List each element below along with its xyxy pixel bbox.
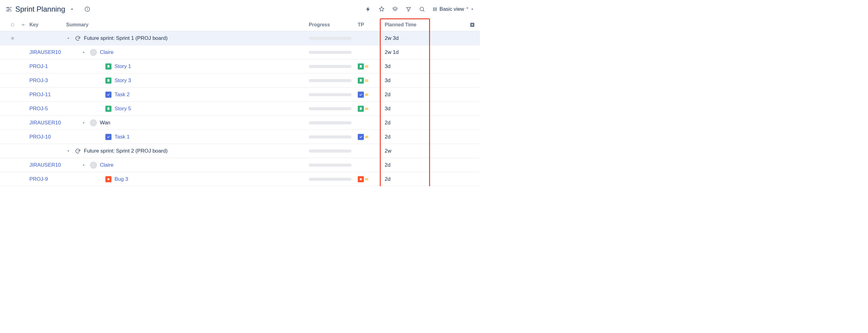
svg-point-20 <box>3 39 4 40</box>
priority-icon <box>365 178 368 180</box>
progress-bar <box>309 79 351 82</box>
tp-cell <box>358 78 379 84</box>
layers-icon[interactable] <box>392 6 399 12</box>
progress-bar <box>309 135 351 139</box>
priority-icon <box>365 94 368 96</box>
task-type-icon <box>105 92 112 98</box>
issue-summary-link[interactable]: Bug 3 <box>115 176 128 182</box>
planned-time-value: 2d <box>379 120 428 126</box>
table-row[interactable]: PROJ-1 Story 1 3d <box>0 59 480 73</box>
table-row[interactable]: PROJ-11 Task 2 2d <box>0 88 480 102</box>
table-row[interactable]: PROJ-9 Bug 3 2d <box>0 172 480 186</box>
tp-cell <box>358 106 379 112</box>
link-column-icon[interactable] <box>17 22 29 28</box>
issue-summary-link[interactable]: Task 2 <box>115 92 129 98</box>
bug-type-icon <box>358 176 364 182</box>
issue-summary-link[interactable]: Story 1 <box>115 63 131 69</box>
issue-key-link[interactable]: JIRAUSER10 <box>29 162 66 168</box>
priority-icon <box>365 66 368 67</box>
automation-icon[interactable] <box>365 6 372 12</box>
summary-text: Future sprint: Sprint 1 (PROJ board) <box>84 35 167 41</box>
tp-cell <box>358 92 379 98</box>
planned-time-value: 2w 3d <box>379 35 428 41</box>
view-label: Basic view <box>439 6 464 12</box>
story-type-icon <box>358 63 364 69</box>
planned-time-value: 3d <box>379 78 428 84</box>
page-header: Sprint Planning <box>0 0 480 19</box>
progress-bar <box>309 121 351 124</box>
table-row[interactable]: JIRAUSER10 Claire 2d <box>0 158 480 172</box>
avatar <box>90 119 97 126</box>
table-row[interactable]: PROJ-10 Task 1 2d <box>0 130 480 144</box>
table-row[interactable]: Future sprint: Sprint 1 (PROJ board) 2w … <box>0 31 480 46</box>
story-type-icon <box>105 63 112 69</box>
col-header-progress[interactable]: Progress <box>309 22 358 28</box>
assignee-name[interactable]: Claire <box>100 162 113 168</box>
planned-time-value: 2w <box>379 148 428 154</box>
col-header-planned-time[interactable]: Planned Time <box>379 22 428 28</box>
progress-bar <box>309 51 351 54</box>
issue-summary-link[interactable]: Story 3 <box>115 78 131 84</box>
story-type-icon <box>105 78 112 84</box>
issue-key-link[interactable]: PROJ-1 <box>29 63 66 69</box>
chevron-down-icon[interactable] <box>82 50 87 55</box>
summary-text: Future sprint: Sprint 2 (PROJ board) <box>84 148 167 154</box>
status-column-icon[interactable] <box>8 23 17 26</box>
progress-bar <box>309 93 351 96</box>
issue-key-link[interactable]: JIRAUSER10 <box>29 120 66 126</box>
progress-bar <box>309 150 351 153</box>
svg-point-8 <box>87 8 87 8</box>
task-type-icon <box>105 134 112 140</box>
table-row[interactable]: JIRAUSER10 Claire 2w 1d <box>0 46 480 59</box>
issue-key-link[interactable]: PROJ-9 <box>29 176 66 182</box>
page-title[interactable]: Sprint Planning <box>15 5 65 13</box>
issue-key-link[interactable]: PROJ-3 <box>29 78 66 84</box>
chevron-down-icon[interactable] <box>66 36 72 40</box>
assignee-name: Wan <box>100 120 110 126</box>
planned-time-value: 3d <box>379 106 428 112</box>
svg-line-11 <box>423 10 424 11</box>
add-column-button[interactable] <box>465 22 479 28</box>
row-status-dot <box>11 37 14 40</box>
issue-key-link[interactable]: PROJ-11 <box>29 92 66 98</box>
tp-cell <box>358 63 379 69</box>
priority-icon <box>365 108 368 110</box>
col-header-key[interactable]: Key <box>29 22 66 28</box>
issue-summary-link[interactable]: Story 5 <box>115 106 131 112</box>
col-header-tp[interactable]: TP <box>358 22 379 28</box>
tp-cell <box>358 134 379 140</box>
pin-icon[interactable] <box>378 6 385 12</box>
assignee-name[interactable]: Claire <box>100 49 113 56</box>
progress-bar <box>309 107 351 110</box>
svg-point-23 <box>360 178 362 180</box>
svg-marker-9 <box>393 7 398 9</box>
table-row[interactable]: PROJ-5 Story 5 3d <box>0 102 480 116</box>
avatar <box>90 49 97 56</box>
col-header-summary[interactable]: Summary <box>66 22 309 28</box>
chevron-down-icon[interactable] <box>82 163 87 167</box>
table-row[interactable]: JIRAUSER10 Wan 2d <box>0 116 480 130</box>
chevron-down-icon[interactable] <box>82 121 87 125</box>
chevron-down-icon[interactable] <box>66 149 72 153</box>
svg-point-10 <box>420 7 424 11</box>
table-row[interactable]: Future sprint: Sprint 2 (PROJ board) 2w <box>0 144 480 158</box>
planned-time-value: 2d <box>379 92 428 98</box>
structure-table: Key Summary Progress TP Planned Time Fut… <box>0 19 480 186</box>
svg-point-21 <box>5 39 5 40</box>
table-row[interactable]: PROJ-3 Story 3 3d <box>0 73 480 88</box>
issue-key-link[interactable]: PROJ-5 <box>29 106 66 112</box>
issue-summary-link[interactable]: Task 1 <box>115 134 129 140</box>
issue-key-link[interactable]: JIRAUSER10 <box>29 49 66 56</box>
story-type-icon <box>105 106 112 112</box>
view-selector[interactable]: Basic view* <box>432 6 474 12</box>
svg-point-16 <box>3 36 4 37</box>
filter-icon[interactable] <box>405 6 412 12</box>
info-icon[interactable] <box>84 6 90 12</box>
title-dropdown-icon[interactable] <box>69 7 74 12</box>
svg-point-18 <box>3 38 4 39</box>
issue-key-link[interactable]: PROJ-10 <box>29 134 66 140</box>
tp-cell <box>358 176 379 182</box>
search-icon[interactable] <box>419 6 426 12</box>
priority-icon <box>365 136 368 138</box>
structure-icon <box>5 6 12 12</box>
